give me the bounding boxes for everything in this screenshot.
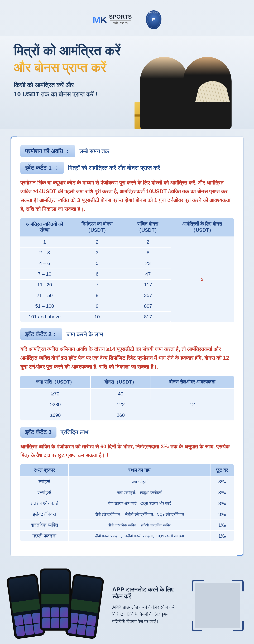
invitee-bonus-cell: 3 — [171, 237, 234, 322]
person-right-icon — [183, 57, 231, 129]
e1-th-0: आमंत्रित व्यक्तियों की संख्या — [20, 218, 69, 237]
cell: 5 — [69, 258, 125, 269]
download-body: APP डाउनलोड करने के लिए स्कैन करें विशिष… — [112, 604, 183, 625]
money-fan-icon — [195, 81, 230, 102]
cell: 260 — [90, 410, 151, 420]
event1-header-row: इवेंट कंटेंट 1 ： मित्रों को आमंत्रित करे… — [20, 162, 234, 174]
logo-text-block: SPORTS mk.com — [109, 14, 132, 26]
e1-th-1: निमंत्रण का बोनस （USDT） — [69, 218, 125, 237]
cell: 40 — [90, 388, 151, 399]
table-row: वास्तविक व्यक्तिडीबी वास्तविक व्यक्ति、 ई… — [20, 520, 234, 530]
event3-header-row: इवेंट कंटेंट 3 प्रतिदिन लाभ — [20, 427, 234, 438]
cell: 3‰ — [210, 476, 234, 487]
cell: 51 – 100 — [20, 301, 69, 312]
table-row: मछली पकड़नाडीबी मछली पकड़ना、जेडीबी मछली … — [20, 530, 234, 541]
cell: ≥690 — [20, 410, 90, 420]
table-row: 1 2 2 3 — [20, 237, 234, 247]
phone-mockup-image — [10, 568, 104, 642]
cell: 122 — [90, 399, 151, 410]
e1-th-3: आमंत्रितों के लिए बोनस（USDT） — [171, 218, 234, 237]
event1-label: इवेंट कंटेंट 1 ： — [20, 162, 64, 174]
event2-header-row: इवेंट कंटेंट 2： जमा करने के लाभ — [20, 328, 234, 340]
cell: 2 – 3 — [20, 247, 69, 258]
e3-th-1: स्थल का नाम — [69, 464, 210, 476]
logo-domain-text: mk.com — [110, 20, 131, 26]
promotion-period-row: प्रमोशन की अवधि ： लम्बे समय तक — [20, 145, 234, 157]
event3-table: स्थल प्रकार स्थल का नाम छूट दर स्पोर्ट्स… — [20, 464, 234, 541]
cell: डीबी मछली पकड़ना、जेडीबी मछली पकड़ना、CQ9 … — [69, 530, 210, 541]
cell: 9 — [69, 301, 125, 312]
cell: 1‰ — [210, 520, 234, 530]
event1-table: आमंत्रित व्यक्तियों की संख्या निमंत्रण क… — [20, 218, 234, 322]
table-row: ≥70 40 12 — [20, 388, 234, 399]
rollover-cell: 12 — [151, 388, 234, 420]
cell: डीबी इलेक्ट्रॉनिक्स、 जेडीबी इलेक्ट्रॉनिक… — [69, 509, 210, 520]
download-title: APP डाउनलोड करने के लिए स्कैन करें — [112, 586, 183, 600]
event3-body: आमंत्रित व्यक्ति के पंजीकरण की तारीख से … — [20, 442, 234, 460]
qr-code-frame[interactable] — [192, 580, 244, 632]
logo-sports-text: SPORTS — [109, 14, 132, 20]
cell: 3 — [69, 247, 125, 258]
cell: मछली पकड़ना — [20, 530, 69, 541]
cell: 3‰ — [210, 498, 234, 509]
e3-th-0: स्थल प्रकार — [20, 464, 69, 476]
cell: 23 — [125, 258, 171, 269]
cell: शतरंज और कार्ड — [20, 498, 69, 509]
table-row: एस्पोर्ट्ससबा एस्पोर्ट्स、 लेइहुओ एस्पोर्… — [20, 487, 234, 498]
event2-table: जमा राशि（USDT） बोनस（USDT） बोनस रोलओवर आव… — [20, 376, 234, 420]
hero-banner: मित्रों को आमंत्रित करें और बोनस प्राप्त… — [0, 36, 254, 129]
cell: 817 — [125, 312, 171, 322]
table-row: स्पोर्ट्ससबा स्पोर्ट्स3‰ — [20, 476, 234, 487]
cell: 8 — [69, 290, 125, 301]
download-footer: APP डाउनलोड करने के लिए स्कैन करें APP ड… — [10, 568, 244, 642]
cell: 101 and above — [20, 312, 69, 322]
cell: स्पोर्ट्स — [20, 476, 69, 487]
cell: 21 – 50 — [20, 290, 69, 301]
cell: बोया शतरंज और कार्ड、CQ9 शतरंज और कार्ड — [69, 498, 210, 509]
cell: 357 — [125, 290, 171, 301]
cell: 10 — [69, 312, 125, 322]
event3-value: प्रतिदिन लाभ — [61, 428, 88, 436]
cell: सबा एस्पोर्ट्स、 लेइहुओ एस्पोर्ट्स — [69, 487, 210, 498]
event3-label: इवेंट कंटेंट 3 — [20, 427, 56, 438]
table-row: इलेक्ट्रॉनिक्सडीबी इलेक्ट्रॉनिक्स、 जेडीब… — [20, 509, 234, 520]
club-badge-label: EMPOLI F.C. — [146, 12, 162, 14]
cell: 807 — [125, 301, 171, 312]
cell: 3‰ — [210, 509, 234, 520]
cell: 3‰ — [210, 487, 234, 498]
cell: 47 — [125, 269, 171, 280]
header-bar: MMKK SPORTS mk.com EMPOLI F.C. E — [0, 0, 254, 36]
event2-label: इवेंट कंटेंट 2： — [20, 328, 62, 340]
cell: 8 — [125, 247, 171, 258]
cell: एस्पोर्ट्स — [20, 487, 69, 498]
cell: 6 — [69, 269, 125, 280]
cell: 1 — [20, 237, 69, 247]
cell: 4 – 6 — [20, 258, 69, 269]
e2-th-1: बोनस（USDT） — [90, 376, 151, 388]
brand-logo: MMKK SPORTS mk.com — [92, 14, 132, 26]
e3-th-2: छूट दर — [210, 464, 234, 476]
cell: 7 — [69, 280, 125, 290]
cell: 117 — [125, 280, 171, 290]
event2-value: जमा करने के लाभ — [66, 330, 103, 338]
cell: सबा स्पोर्ट्स — [69, 476, 210, 487]
event2-body: यदि आमंत्रित व्यक्ति अभियान अवधि के दौरा… — [20, 345, 234, 371]
download-text-block: APP डाउनलोड करने के लिए स्कैन करें APP ड… — [112, 586, 183, 625]
logo-mk-mark: MMKK — [92, 14, 107, 26]
cell: 11 –20 — [20, 280, 69, 290]
table-row: शतरंज और कार्डबोया शतरंज और कार्ड、CQ9 शत… — [20, 498, 234, 509]
event1-value: मित्रों को आमंत्रित करें और बोनस प्राप्त… — [68, 164, 160, 171]
cell: 2 — [125, 237, 171, 247]
cell: ≥70 — [20, 388, 90, 399]
phone-icon — [40, 568, 71, 630]
club-badge-icon: EMPOLI F.C. E — [146, 10, 162, 29]
e2-th-0: जमा राशि（USDT） — [20, 376, 90, 388]
e1-th-2: संचित बोनस（USDT） — [125, 218, 171, 237]
cell: इलेक्ट्रॉनिक्स — [20, 509, 69, 520]
cell: डीबी वास्तविक व्यक्ति、 ईवीओ वास्तविक व्य… — [69, 520, 210, 530]
hero-people-image — [140, 50, 247, 129]
phone-icon — [65, 574, 104, 639]
promotion-period-value: लम्बे समय तक — [79, 148, 109, 155]
cell: 7 – 10 — [20, 269, 69, 280]
cell: 2 — [69, 237, 125, 247]
